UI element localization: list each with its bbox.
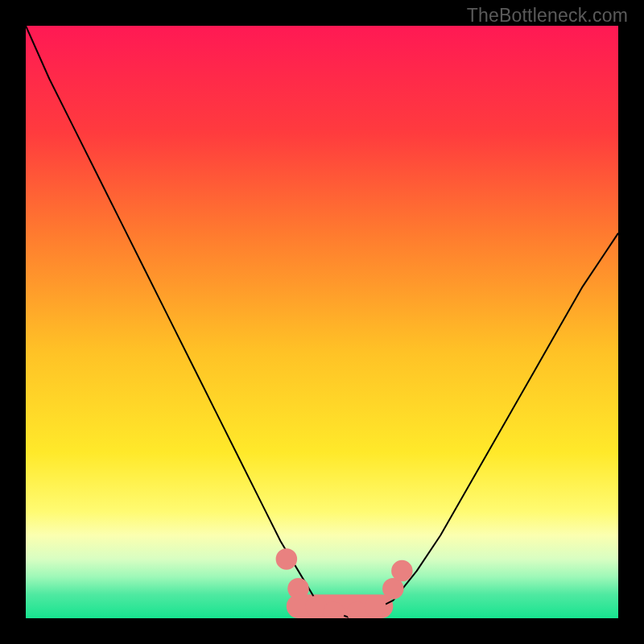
plot-area — [26, 26, 618, 618]
optimal-markers-dot — [287, 578, 309, 600]
optimal-markers-dot — [365, 596, 386, 617]
chart-svg — [26, 26, 618, 618]
gradient-background — [26, 26, 618, 618]
optimal-markers-dot — [391, 560, 413, 582]
optimal-markers-dot — [276, 548, 298, 570]
watermark-label: TheBottleneck.com — [467, 5, 628, 27]
chart-frame: TheBottleneck.com — [0, 0, 644, 644]
